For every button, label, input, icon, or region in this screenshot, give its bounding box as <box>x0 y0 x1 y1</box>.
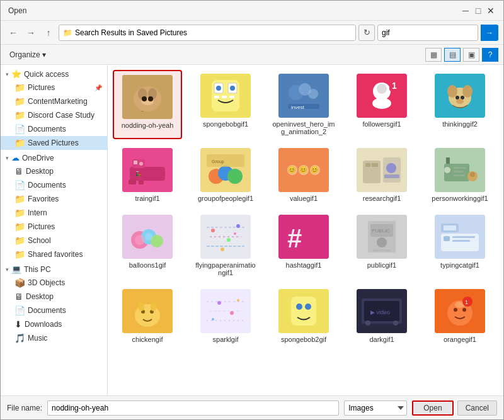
forward-button[interactable]: → <box>23 25 38 40</box>
minimize-button[interactable]: ─ <box>461 6 471 16</box>
file-item-15[interactable]: typingcatgif1 <box>425 211 495 280</box>
back-button[interactable]: ← <box>6 25 21 40</box>
bottom-bar: File name: Images All Files Open Cancel <box>1 395 503 419</box>
svg-rect-17 <box>229 96 234 98</box>
sidebar-od-desktop[interactable]: 🖥 Desktop <box>1 164 107 178</box>
help-button[interactable]: ? <box>482 48 498 62</box>
sidebar-downloads[interactable]: ⬇ Downloads <box>1 317 107 331</box>
maximize-button[interactable]: □ <box>473 6 483 16</box>
svg-rect-101 <box>452 240 470 242</box>
thispc-label: This PC <box>24 265 51 274</box>
file-item-16[interactable]: chickengif <box>113 285 182 347</box>
sidebar-od-favorites[interactable]: 📁 Favorites <box>1 192 107 206</box>
svg-rect-99 <box>444 236 450 241</box>
file-item-8[interactable]: 😊 😊 😊 valuegif1 <box>269 144 338 206</box>
search-input[interactable] <box>378 28 480 37</box>
svg-point-36 <box>456 99 464 104</box>
sidebar-documents[interactable]: 📄 Documents <box>1 122 107 136</box>
file-thumb-15 <box>435 215 485 259</box>
onedrive-header[interactable]: ▾ ☁ OneDrive <box>1 151 107 164</box>
file-name-9: researchgif1 <box>363 195 401 202</box>
file-item-3[interactable]: invest openinvest_hero_img_animation_2 <box>269 70 338 139</box>
up-button[interactable]: ↑ <box>41 25 56 40</box>
file-item-20[interactable]: 1 orangegif1 <box>425 285 495 347</box>
file-thumb-16 <box>122 289 173 333</box>
view-details-button[interactable]: ▣ <box>463 48 479 62</box>
sidebar-od-shared[interactable]: 📁 Shared favorites <box>1 247 107 261</box>
file-item-18[interactable]: spongebob2gif <box>269 285 338 347</box>
sidebar-pc-documents[interactable]: 📄 Documents <box>1 304 107 317</box>
action-buttons: Open Cancel <box>412 400 497 416</box>
svg-point-126 <box>393 321 398 326</box>
file-name-3: openinvest_hero_img_animation_2 <box>272 120 335 135</box>
sidebar-content-marketing[interactable]: 📁 ContentMarketing <box>1 94 107 108</box>
sidebar-od-pictures[interactable]: 📁 Pictures <box>1 220 107 234</box>
file-item-6[interactable]: 🚂 traingif1 <box>113 144 182 206</box>
svg-point-115 <box>230 311 234 315</box>
svg-rect-80 <box>200 215 251 259</box>
quick-access-header[interactable]: ▾ ⭐ Quick access <box>1 67 107 81</box>
sidebar-3d[interactable]: 📦 3D Objects <box>1 276 107 290</box>
folder-icon: 📄 <box>14 124 25 134</box>
view-grid-button[interactable]: ▦ <box>425 48 442 62</box>
svg-text:▶ video: ▶ video <box>370 309 390 315</box>
sidebar-od-intern[interactable]: 📁 Intern <box>1 206 107 220</box>
sidebar-od-school[interactable]: 📁 School <box>1 234 107 247</box>
folder-icon: 🖥 <box>14 292 23 302</box>
file-item-12[interactable]: flyingpaperanimationgif1 <box>191 211 260 280</box>
organize-button[interactable]: Organize ▾ <box>6 49 50 60</box>
svg-rect-70 <box>454 171 463 173</box>
svg-text:😊: 😊 <box>288 166 296 174</box>
sidebar-pictures[interactable]: 📁 Pictures 📌 <box>1 81 107 94</box>
file-thumb-4: 1 <box>357 74 407 118</box>
address-input[interactable] <box>75 28 352 37</box>
file-grid: ~ nodding-oh-yeah <box>113 70 498 347</box>
file-item-13[interactable]: # hashtaggif1 <box>269 211 338 280</box>
thispc-header[interactable]: ▾ 💻 This PC <box>1 263 107 276</box>
svg-point-7 <box>148 96 153 101</box>
sidebar-music[interactable]: 🎵 Music <box>1 331 107 345</box>
file-item-1[interactable]: ~ nodding-oh-yeah <box>113 70 182 139</box>
cancel-button[interactable]: Cancel <box>457 400 497 416</box>
svg-point-130 <box>454 308 457 312</box>
file-item-7[interactable]: Group groupofpeoplegif1 <box>191 144 260 206</box>
file-item-19[interactable]: ▶ video darkgif1 <box>347 285 416 347</box>
svg-text:invest: invest <box>291 105 305 110</box>
file-thumb-7: Group <box>200 148 251 192</box>
filename-input[interactable] <box>47 400 339 416</box>
file-item-9[interactable]: researchgif1 <box>347 144 416 206</box>
svg-rect-42 <box>129 179 136 184</box>
search-go-button[interactable]: → <box>481 25 498 41</box>
file-item-4[interactable]: 1 followersgif1 <box>347 70 416 139</box>
svg-point-21 <box>308 89 318 99</box>
svg-rect-100 <box>452 236 475 238</box>
file-item-5[interactable]: thinkinggif2 <box>425 70 495 139</box>
refresh-button[interactable]: ↻ <box>358 25 375 41</box>
sidebar-od-documents[interactable]: 📄 Documents <box>1 178 107 192</box>
sidebar-content-marketing-label: ContentMarketing <box>28 97 88 106</box>
file-item-17[interactable]: sparklgif <box>191 285 260 347</box>
file-name-1: nodding-oh-yeah <box>122 122 174 129</box>
folder-icon: 📁 <box>14 82 25 93</box>
open-button[interactable]: Open <box>412 400 453 416</box>
folder-icon: 📁 <box>63 28 72 37</box>
file-item-2[interactable]: spongebobgif1 <box>191 70 260 139</box>
file-item-10[interactable]: personworkinggif1 <box>425 144 495 206</box>
view-list-button[interactable]: ▤ <box>444 48 461 62</box>
folder-icon: 📁 <box>14 222 25 232</box>
filetype-select[interactable]: Images All Files <box>344 400 407 416</box>
file-name-7: groupofpeoplegif1 <box>198 195 253 202</box>
file-thumb-3: invest <box>278 74 329 118</box>
folder-icon: 📄 <box>14 180 25 190</box>
file-name-13: hashtaggif1 <box>286 261 322 269</box>
organize-arrow-icon: ▾ <box>42 50 46 59</box>
close-button[interactable]: ✕ <box>486 6 496 16</box>
sidebar-saved-pictures[interactable]: 📁 Saved Pictures <box>1 136 107 150</box>
sidebar-pc-desktop[interactable]: 🖥 Desktop <box>1 290 107 304</box>
file-item-11[interactable]: balloons1gif <box>113 211 182 280</box>
file-name-20: orangegif1 <box>444 336 476 343</box>
svg-rect-61 <box>365 163 370 167</box>
sidebar-discord[interactable]: 📁 Discord Case Study <box>1 108 107 122</box>
address-bar: ← → ↑ 📁 ↻ ✕ → <box>1 21 503 45</box>
file-item-14[interactable]: PUBLIC publicgif1 <box>347 211 416 280</box>
